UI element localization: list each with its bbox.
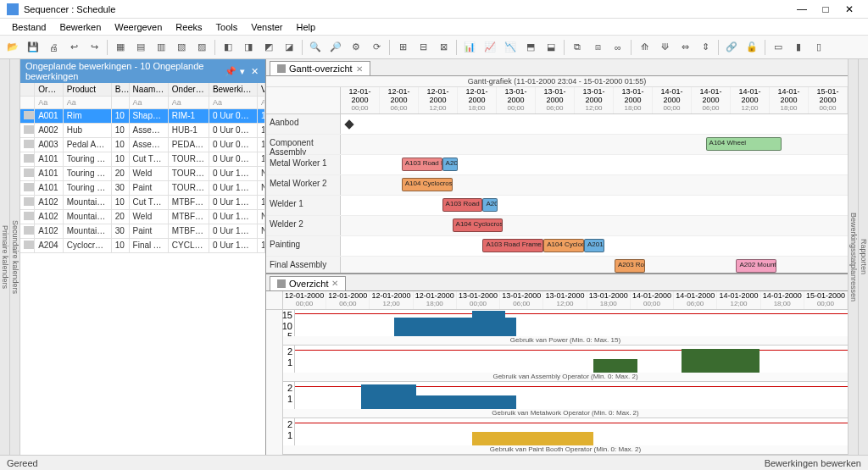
menu-bestand[interactable]: Bestand — [5, 22, 53, 32]
toolbar-button[interactable]: ⟳ — [367, 38, 386, 57]
toolbar-button[interactable]: ↪ — [85, 38, 103, 57]
toolbar-button[interactable]: ⧇ — [588, 38, 607, 57]
table-row[interactable]: A101Touring Frame20WeldTOURFRAME-10 Uur … — [20, 167, 265, 181]
toolbar-button[interactable]: ⇔ — [676, 38, 694, 57]
toolbar-button[interactable]: ◩ — [259, 38, 278, 57]
toolbar-button[interactable]: 📈 — [481, 38, 499, 57]
minimize-button[interactable]: — — [790, 3, 814, 15]
usage-plot[interactable] — [295, 346, 848, 373]
filter-cell[interactable]: Aa — [209, 97, 258, 108]
rail-primary-calendars[interactable]: Primaire kalenders — [0, 59, 10, 455]
toolbar-button[interactable]: 💾 — [24, 38, 42, 57]
gantt-bar[interactable]: A103 Road Frame — [482, 239, 543, 252]
usage-plot[interactable] — [295, 382, 848, 409]
toolbar-button[interactable]: ⊟ — [414, 38, 432, 57]
toolbar-button[interactable]: ◨ — [239, 38, 258, 57]
toolbar-button[interactable]: ↩ — [64, 38, 83, 57]
gantt-bar[interactable]: A103 Road Frame — [402, 158, 442, 171]
gantt-track[interactable]: A104 Cyclocross Fra — [341, 216, 848, 235]
filter-cell[interactable]: Aa — [35, 97, 64, 108]
close-button[interactable]: ✕ — [837, 3, 861, 15]
menu-tools[interactable]: Tools — [209, 22, 245, 32]
toolbar-button[interactable]: ⊞ — [393, 38, 412, 57]
rail-secondary-calendars[interactable]: Secundaire kalenders — [10, 59, 20, 455]
panel-close-icon[interactable]: ✕ — [248, 66, 260, 77]
gantt-bar[interactable]: A201 Weld — [482, 198, 498, 212]
filter-cell[interactable]: Aa — [169, 97, 209, 108]
table-row[interactable]: A102Mountain Frame30PaintMTBFRAME-10 Uur… — [20, 224, 265, 239]
toolbar-button[interactable]: 🔓 — [743, 38, 761, 57]
maximize-button[interactable]: □ — [814, 3, 837, 15]
filter-cell[interactable] — [20, 97, 35, 108]
col-header[interactable]: Onderdeelnr. — [169, 83, 209, 96]
gantt-bar[interactable]: A201 — [442, 158, 458, 171]
gantt-bar[interactable]: A203 Road Bike — [615, 259, 645, 273]
filter-cell[interactable]: Aa — [258, 97, 265, 108]
toolbar-button[interactable]: 🔗 — [722, 38, 741, 57]
gantt-bar[interactable]: A104 Cyclocross Fra — [453, 218, 504, 232]
table-row[interactable]: A001Rim10Shape RimRIM-10 Uur 01 Minuten1… — [20, 109, 265, 124]
gantt-track[interactable] — [341, 114, 848, 134]
gantt-track[interactable]: A104 Wheel — [341, 135, 848, 154]
toolbar-button[interactable]: 📊 — [460, 38, 479, 57]
gantt-bar[interactable]: A104 Wheel — [706, 137, 782, 151]
col-header[interactable]: Product — [64, 83, 112, 96]
panel-menu-icon[interactable]: ▾ — [236, 66, 248, 77]
col-header[interactable]: Naam bewerking — [130, 83, 169, 96]
menu-reeks[interactable]: Reeks — [169, 22, 209, 32]
filter-cell[interactable]: Aa — [64, 97, 112, 108]
table-row[interactable]: A102Mountain Frame20WeldMTBFRAME-10 Uur … — [20, 210, 265, 224]
panel-pin-icon[interactable]: 📌 — [225, 66, 236, 77]
col-header[interactable]: Bewerkingstijd pe.. — [209, 83, 258, 96]
col-header[interactable]: Ordernr. — [35, 83, 64, 96]
toolbar-button[interactable]: ▥ — [152, 38, 170, 57]
toolbar-button[interactable]: 🔍 — [306, 38, 325, 57]
gantt-bar[interactable]: A104 Cyclocross — [543, 239, 584, 252]
toolbar-button[interactable]: ⧉ — [568, 38, 587, 57]
menu-bewerken[interactable]: Bewerken — [53, 22, 108, 32]
toolbar-button[interactable]: 📉 — [501, 38, 520, 57]
table-row[interactable]: A204Cyclocross Bike10Final AssemblyCYCLO… — [20, 239, 265, 253]
grid-filter-row[interactable]: AaAaAaAaAaAa — [20, 97, 265, 109]
gantt-track[interactable]: A103 Road FrameA201 — [341, 155, 848, 174]
col-header[interactable]: Vraagdat — [258, 83, 265, 96]
toolbar-button[interactable]: ▦ — [111, 38, 130, 57]
gantt-track[interactable]: A103 Road FrameA201 Weld — [341, 196, 848, 215]
gantt-track[interactable]: A103 Road FrameA104 CyclocrossA201 Mount — [341, 236, 848, 256]
toolbar-button[interactable]: 🔎 — [326, 38, 345, 57]
usage-plot[interactable] — [295, 418, 848, 445]
table-row[interactable]: A101Touring Frame10Cut TubesTOURFRAME-10… — [20, 152, 265, 167]
menu-help[interactable]: Help — [290, 22, 323, 32]
gantt-track[interactable]: A104 Cyclocross Frame — [341, 175, 848, 195]
toolbar-button[interactable]: ◪ — [280, 38, 298, 57]
table-row[interactable]: A102Mountain Frame10Cut TubesMTBFRAME-10… — [20, 196, 265, 210]
tab-gantt-overview[interactable]: Gantt-overzicht ✕ — [270, 61, 370, 75]
rail-operation-status[interactable]: Bewerkingsstatplanressen — [848, 59, 858, 455]
gantt-track[interactable]: A203 Road BikeA202 Mountain Bike — [341, 257, 848, 273]
toolbar-button[interactable]: ◧ — [219, 38, 237, 57]
filter-cell[interactable] — [112, 97, 130, 108]
filter-cell[interactable]: Aa — [130, 97, 169, 108]
table-row[interactable]: A101Touring Frame30PaintTOURFRAME-10 Uur… — [20, 181, 265, 196]
toolbar-button[interactable]: ⊠ — [434, 38, 453, 57]
col-header[interactable]: Bew.. — [112, 83, 130, 96]
toolbar-button[interactable]: 🖨 — [44, 38, 63, 57]
toolbar-button[interactable]: ▭ — [769, 38, 787, 57]
menu-weergeven[interactable]: Weergeven — [108, 22, 169, 32]
gantt-bar[interactable]: A104 Cyclocross Frame — [402, 178, 453, 191]
toolbar-button[interactable]: ∞ — [609, 38, 627, 57]
gantt-body[interactable]: AanbodComponent AssemblyA104 WheelMetal … — [266, 114, 848, 273]
toolbar-button[interactable]: ⇕ — [696, 38, 715, 57]
toolbar-button[interactable]: ⚙ — [347, 38, 365, 57]
toolbar-button[interactable]: ▮ — [789, 38, 808, 57]
toolbar-button[interactable]: ▨ — [192, 38, 211, 57]
gantt-bar[interactable]: A201 Mount — [584, 239, 604, 252]
toolbar-button[interactable]: ⬓ — [542, 38, 560, 57]
gantt-bar[interactable]: A103 Road Frame — [442, 198, 483, 212]
toolbar-button[interactable]: ▧ — [172, 38, 191, 57]
toolbar-button[interactable]: ⬒ — [521, 38, 540, 57]
menu-venster[interactable]: Venster — [244, 22, 289, 32]
rail-reports[interactable]: Rapporten — [858, 59, 868, 455]
tab-close-icon[interactable]: ✕ — [356, 64, 363, 74]
toolbar-button[interactable]: ▤ — [131, 38, 150, 57]
